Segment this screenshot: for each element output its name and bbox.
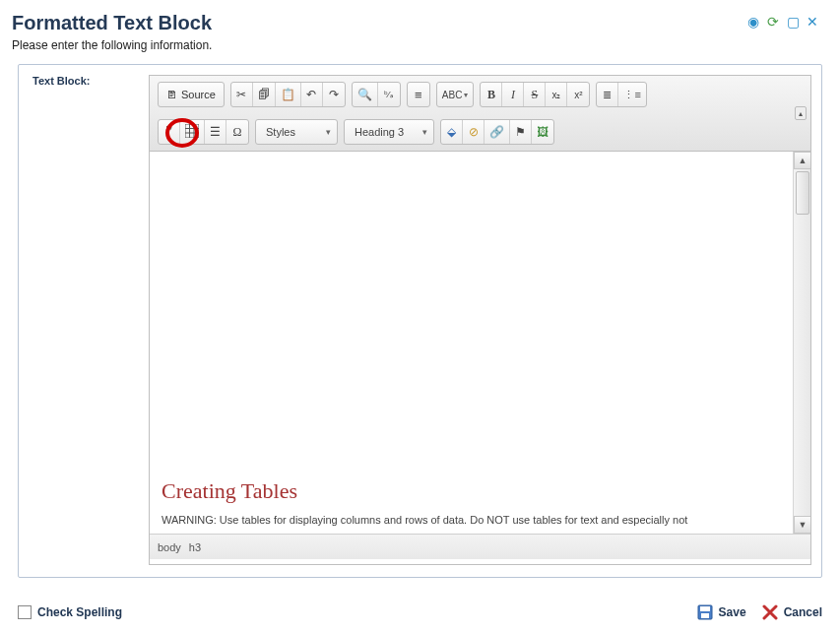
redo-icon: ↷ <box>329 88 339 101</box>
check-spelling-label: Check Spelling <box>37 605 122 619</box>
strike-button[interactable]: S <box>524 83 546 106</box>
dialog-header: Formatted Text Block Please enter the fo… <box>0 0 840 60</box>
image-icon: 🖼 <box>537 125 549 139</box>
remove-format-icon: ≡ <box>415 88 422 102</box>
scrollbar-track: ▲ ▼ <box>793 152 810 534</box>
save-button[interactable]: Save <box>697 604 746 620</box>
bold-button[interactable]: B <box>481 83 502 106</box>
svg-rect-6 <box>700 606 710 611</box>
editor-statusbar: body h3 <box>150 534 810 559</box>
strike-icon: S <box>532 88 539 102</box>
format-label: Heading 3 <box>355 126 404 138</box>
dialog-footer: Check Spelling Save Cancel <box>18 604 822 620</box>
dialog-title: Formatted Text Block <box>12 12 824 34</box>
scissors-icon: ✂ <box>236 88 246 101</box>
cancel-label: Cancel <box>784 605 822 619</box>
chevron-up-icon: ▴ <box>799 109 803 118</box>
numbered-list-button[interactable]: ≣ <box>597 83 618 106</box>
remove-format-button[interactable]: ≡ <box>408 83 429 106</box>
path-h3[interactable]: h3 <box>189 541 201 553</box>
check-spelling-checkbox[interactable] <box>18 605 32 619</box>
save-label: Save <box>719 605 746 619</box>
format-dropdown[interactable]: Heading 3 ▾ <box>344 119 434 145</box>
refresh-icon[interactable]: ⟳ <box>765 14 781 30</box>
save-icon <box>697 604 713 620</box>
superscript-icon: x² <box>574 90 582 100</box>
form-panel: Text Block: 🖹 Source ✂ 🗐 📋 ↶ ↷ 🔍 ᵇ⁄ₐ <box>18 64 822 578</box>
clipboard-icon: 📋 <box>281 88 295 101</box>
help-icon[interactable]: ◉ <box>745 14 761 30</box>
maximize-icon[interactable]: ▢ <box>785 14 801 30</box>
cancel-icon <box>762 604 778 620</box>
collapse-toolbar-button[interactable]: ▴ <box>795 106 807 120</box>
spellcheck-icon: ABC <box>442 90 463 100</box>
undo-icon: ↶ <box>306 88 316 101</box>
unlink-button[interactable]: ⊘ <box>463 120 485 144</box>
unlink-icon: ⊘ <box>469 125 479 139</box>
superscript-button[interactable]: x² <box>567 83 589 106</box>
path-body[interactable]: body <box>158 541 181 553</box>
scroll-thumb[interactable] <box>796 171 809 215</box>
undo-button[interactable]: ↶ <box>301 83 323 106</box>
close-icon[interactable]: ✕ <box>805 14 820 30</box>
blockquote-button[interactable]: ” <box>159 120 180 144</box>
hr-icon: ☰ <box>210 125 221 139</box>
cancel-button[interactable]: Cancel <box>762 604 822 620</box>
content-heading: Creating Tables <box>162 478 297 504</box>
anchor-button[interactable]: 🔗 <box>485 120 510 144</box>
svg-rect-7 <box>701 613 709 618</box>
link-button[interactable]: ⬙ <box>441 120 463 144</box>
italic-icon: I <box>511 88 515 102</box>
subscript-button[interactable]: x₂ <box>546 83 567 106</box>
spellcheck-button[interactable]: ABC▾ <box>437 83 474 106</box>
chevron-down-icon: ▾ <box>422 127 427 137</box>
scroll-down-button[interactable]: ▼ <box>794 516 810 534</box>
document-icon: 🖹 <box>166 89 177 100</box>
replace-icon: ᵇ⁄ₐ <box>384 90 394 99</box>
scroll-up-button[interactable]: ▲ <box>794 152 810 169</box>
bold-icon: B <box>487 88 495 102</box>
text-block-label: Text Block: <box>32 75 90 87</box>
chevron-down-icon: ▾ <box>326 127 331 137</box>
table-button[interactable] <box>180 120 205 144</box>
special-char-button[interactable]: Ω <box>226 120 248 144</box>
styles-label: Styles <box>266 126 295 138</box>
cut-button[interactable]: ✂ <box>231 83 253 106</box>
dialog-subtitle: Please enter the following information. <box>12 38 824 52</box>
anchor-icon: 🔗 <box>489 125 504 139</box>
copy-icon: 🗐 <box>258 88 270 101</box>
source-button[interactable]: 🖹 Source <box>159 83 224 106</box>
horizontal-rule-button[interactable]: ☰ <box>205 120 226 144</box>
editor-content[interactable]: Creating Tables WARNING: Use tables for … <box>150 152 810 534</box>
redo-button[interactable]: ↷ <box>323 83 345 106</box>
source-label: Source <box>181 89 216 100</box>
table-icon <box>185 124 199 141</box>
header-icons: ◉ ⟳ ▢ ✕ <box>745 14 820 30</box>
flag-button[interactable]: ⚑ <box>510 120 532 144</box>
styles-dropdown[interactable]: Styles ▾ <box>255 119 338 145</box>
editor-toolbar: 🖹 Source ✂ 🗐 📋 ↶ ↷ 🔍 ᵇ⁄ₐ ≡ ABC▾ <box>150 76 810 152</box>
flag-icon: ⚑ <box>515 125 526 139</box>
bullet-list-button[interactable]: ⋮≡ <box>618 83 645 106</box>
link-icon: ⬙ <box>447 125 456 139</box>
ordered-list-icon: ≣ <box>603 89 612 101</box>
content-warning: WARNING: Use tables for displaying colum… <box>162 514 785 526</box>
search-icon: 🔍 <box>357 88 372 101</box>
chevron-down-icon: ▾ <box>464 91 468 99</box>
unordered-list-icon: ⋮≡ <box>623 89 640 101</box>
find-button[interactable]: 🔍 <box>353 83 378 106</box>
omega-icon: Ω <box>233 125 242 140</box>
italic-button[interactable]: I <box>502 83 524 106</box>
image-button[interactable]: 🖼 <box>532 120 553 144</box>
subscript-icon: x₂ <box>551 90 560 100</box>
rich-text-editor: 🖹 Source ✂ 🗐 📋 ↶ ↷ 🔍 ᵇ⁄ₐ ≡ ABC▾ <box>149 75 811 565</box>
paste-button[interactable]: 📋 <box>276 83 301 106</box>
replace-button[interactable]: ᵇ⁄ₐ <box>378 83 400 106</box>
quote-icon: ” <box>165 123 172 141</box>
svg-rect-0 <box>185 124 199 138</box>
copy-button[interactable]: 🗐 <box>253 83 276 106</box>
